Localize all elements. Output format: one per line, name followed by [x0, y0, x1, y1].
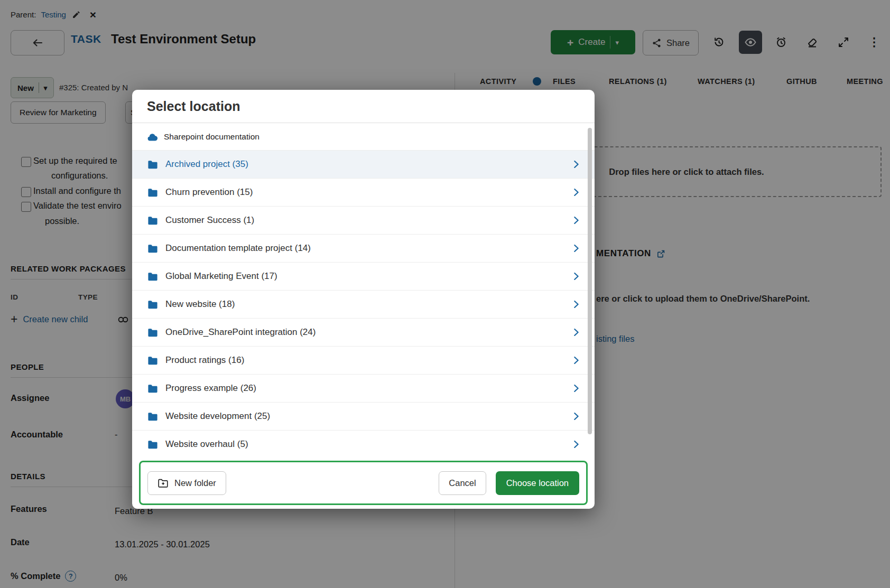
folder-row[interactable]: Progress example (26) — [132, 374, 595, 402]
storage-breadcrumb: Sharepoint documentation — [132, 123, 595, 151]
new-folder-button[interactable]: New folder — [147, 471, 226, 495]
chevron-right-icon[interactable] — [570, 326, 582, 338]
folder-plus-icon — [157, 478, 169, 488]
folder-row[interactable]: Archived project (35) — [132, 150, 595, 178]
folder-icon — [147, 216, 159, 226]
folder-row[interactable]: OneDrive_SharePoint integration (24) — [132, 318, 595, 346]
chevron-right-icon[interactable] — [570, 382, 582, 394]
folder-icon — [147, 244, 159, 254]
folder-icon — [147, 384, 159, 394]
chevron-right-icon[interactable] — [570, 298, 582, 310]
dialog-header: Select location — [132, 90, 595, 123]
folder-name: Customer Success (1) — [165, 215, 254, 226]
chevron-right-icon[interactable] — [570, 158, 582, 170]
folder-row[interactable]: Website overhaul (5) — [132, 430, 595, 453]
folder-icon — [147, 300, 159, 310]
choose-location-button[interactable]: Choose location — [496, 471, 579, 495]
breadcrumb-root[interactable]: Sharepoint documentation — [164, 132, 259, 142]
folder-name: Global Marketing Event (17) — [165, 271, 277, 282]
chevron-right-icon[interactable] — [570, 410, 582, 422]
folder-name: Product ratings (16) — [165, 355, 244, 366]
cloud-icon — [147, 133, 158, 142]
dialog-title: Select location — [147, 99, 240, 114]
folder-name: OneDrive_SharePoint integration (24) — [165, 327, 316, 338]
chevron-right-icon[interactable] — [570, 214, 582, 226]
folder-icon — [147, 188, 159, 198]
folder-row[interactable]: New website (18) — [132, 290, 595, 318]
folder-list: Archived project (35) Churn prevention (… — [132, 150, 595, 453]
folder-name: Documentation template project (14) — [165, 243, 311, 254]
folder-icon — [147, 272, 159, 282]
folder-icon — [147, 440, 159, 450]
select-location-dialog: Select location Sharepoint documentation… — [132, 90, 595, 509]
folder-name: Website overhaul (5) — [165, 439, 248, 450]
scrollbar[interactable] — [588, 128, 592, 434]
chevron-right-icon[interactable] — [570, 270, 582, 282]
folder-row[interactable]: Website development (25) — [132, 402, 595, 430]
folder-name: Website development (25) — [165, 411, 270, 422]
chevron-right-icon[interactable] — [570, 186, 582, 198]
chevron-right-icon[interactable] — [570, 242, 582, 254]
folder-name: New website (18) — [165, 299, 235, 310]
folder-icon — [147, 328, 159, 338]
folder-row[interactable]: Global Marketing Event (17) — [132, 262, 595, 290]
dialog-footer-highlight: New folder Cancel Choose location — [139, 461, 588, 505]
folder-icon — [147, 356, 159, 366]
folder-name: Churn prevention (15) — [165, 187, 253, 198]
folder-icon — [147, 412, 159, 422]
folder-row[interactable]: Customer Success (1) — [132, 206, 595, 234]
cancel-button[interactable]: Cancel — [439, 471, 486, 495]
folder-row[interactable]: Churn prevention (15) — [132, 178, 595, 206]
folder-row[interactable]: Product ratings (16) — [132, 346, 595, 374]
folder-row[interactable]: Documentation template project (14) — [132, 234, 595, 262]
chevron-right-icon[interactable] — [570, 354, 582, 366]
folder-icon — [147, 160, 159, 170]
chevron-right-icon[interactable] — [570, 438, 582, 450]
folder-name: Progress example (26) — [165, 383, 256, 394]
folder-name: Archived project (35) — [165, 159, 248, 170]
